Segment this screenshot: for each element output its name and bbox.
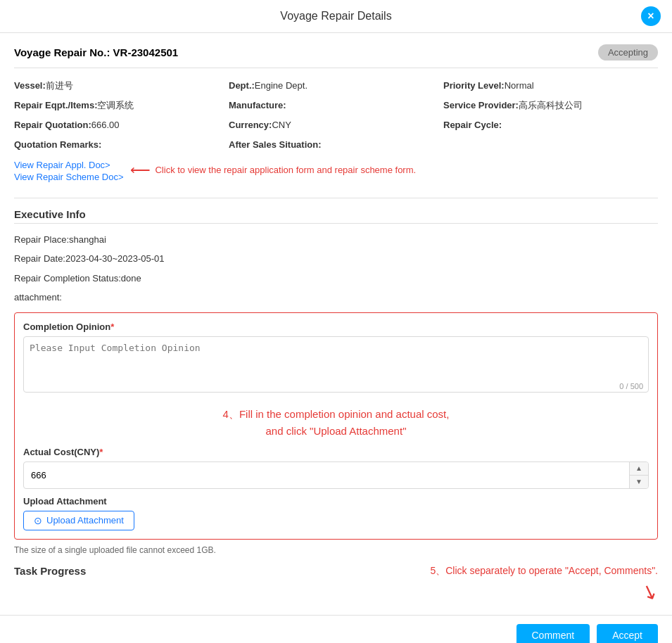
upload-section: Upload Attachment ⊙ Upload Attachment (23, 496, 649, 530)
repair-eqpt-info: Repair Eqpt./Items:空调系统 (14, 98, 229, 113)
quotation-label: Repair Quotation: (14, 120, 91, 130)
priority-info: Priority Level:Normal (443, 78, 658, 94)
stepper-down-btn[interactable]: ▼ (630, 476, 648, 488)
after-sales-label: After Sales Situation: (229, 139, 321, 150)
modal-title: Voyage Repair Details (280, 10, 391, 23)
annotation1-row: ⟵ Click to view the repair application f… (130, 161, 416, 178)
repair-eqpt-label: Repair Eqpt./Items: (14, 100, 97, 110)
repair-scheme-doc-link[interactable]: View Repair Scheme Doc> (14, 172, 123, 182)
annotation1-text: Click to view the repair application for… (155, 165, 416, 175)
form-section: Completion Opinion* 0 / 500 4、Fill in th… (14, 312, 658, 540)
vessel-value: 前进号 (46, 80, 73, 91)
actual-cost-label: Actual Cost(CNY)* (23, 447, 649, 457)
task-progress-row: Task Progress 5、Click separately to oper… (14, 565, 658, 604)
textarea-wrapper: 0 / 500 (23, 336, 649, 395)
repair-place-item: Repair Place:shanghai (14, 232, 658, 248)
modal-header: Voyage Repair Details × (0, 0, 672, 33)
attachment-label: attachment: (14, 292, 62, 303)
executive-info-title: Executive Info (14, 208, 658, 224)
repair-date-item: Repair Date:2023-04-30~2023-05-01 (14, 251, 658, 267)
quotation-remarks-info: Quotation Remarks: (14, 137, 229, 153)
service-provider-info: Service Provider:高乐高科技公司 (443, 98, 658, 113)
upload-attachment-button[interactable]: ⊙ Upload Attachment (23, 511, 134, 530)
manufacture-label: Manufacture: (229, 100, 286, 110)
arrow-left-icon: ⟵ (130, 161, 151, 178)
file-note: The size of a single uploaded file canno… (14, 545, 658, 555)
repair-header-row: Voyage Repair No.: VR-23042501 Accepting (14, 44, 658, 68)
annotation5-text: 5、Click separately to operate "Accept, C… (430, 565, 658, 578)
repair-no: Voyage Repair No.: VR-23042501 (14, 46, 178, 58)
completion-opinion-label: Completion Opinion* (23, 322, 649, 332)
required-star-1: * (110, 322, 114, 332)
service-provider-value: 高乐高科技公司 (519, 100, 583, 110)
info-grid: Vessel:前进号 Dept.:Engine Dept. Priority L… (14, 78, 658, 153)
dept-label: Dept.: (229, 80, 255, 91)
status-badge: Accepting (598, 44, 658, 61)
char-count: 0 / 500 (619, 382, 643, 390)
vessel-info: Vessel:前进号 (14, 78, 229, 94)
upload-icon: ⊙ (34, 515, 42, 526)
currency-value: CNY (272, 120, 291, 130)
links-annotation-row: View Repair Appl. Doc> View Repair Schem… (14, 160, 658, 188)
accept-button[interactable]: Accept (597, 624, 658, 643)
priority-label: Priority Level: (443, 80, 505, 91)
actual-cost-input[interactable] (24, 466, 629, 485)
quotation-info: Repair Quotation:666.00 (14, 117, 229, 133)
manufacture-info: Manufacture: (229, 98, 443, 113)
repair-date-value: 2023-04-30~2023-05-01 (65, 253, 165, 264)
repair-appl-doc-link[interactable]: View Repair Appl. Doc> (14, 160, 123, 170)
dept-value: Engine Dept. (255, 80, 308, 91)
vessel-label: Vessel: (14, 80, 46, 91)
modal-container: Voyage Repair Details × Voyage Repair No… (0, 0, 672, 643)
annotation5-arrow: ↘ (638, 578, 661, 606)
quotation-value: 666.00 (91, 120, 120, 130)
modal-body: Voyage Repair No.: VR-23042501 Accepting… (0, 33, 672, 615)
repair-cycle-label: Repair Cycle: (443, 120, 502, 130)
after-sales-info: After Sales Situation: (229, 137, 443, 153)
attachment-item: attachment: (14, 290, 658, 305)
cost-input-wrapper: ▲ ▼ (23, 461, 649, 489)
modal-footer: Comment Accept (0, 615, 672, 643)
links-row: View Repair Appl. Doc> View Repair Schem… (14, 160, 123, 184)
repair-place-value: shanghai (69, 234, 106, 245)
currency-label: Currency: (229, 120, 272, 130)
repair-cycle-info: Repair Cycle: (443, 117, 658, 133)
annotation4: 4、Fill in the completion opinion and act… (23, 406, 649, 440)
dept-info: Dept.:Engine Dept. (229, 78, 443, 94)
quotation-remarks-label: Quotation Remarks: (14, 139, 101, 150)
upload-attachment-label: Upload Attachment (23, 496, 649, 507)
required-star-2: * (99, 447, 103, 457)
completion-opinion-textarea[interactable] (23, 336, 649, 393)
annotation4-line1: 4、Fill in the completion opinion and act… (223, 408, 450, 420)
currency-info: Currency:CNY (229, 117, 443, 133)
annotation5-block: 5、Click separately to operate "Accept, C… (430, 565, 658, 604)
priority-value: Normal (505, 80, 534, 91)
repair-place-label: Repair Place: (14, 234, 69, 245)
upload-btn-label: Upload Attachment (46, 515, 124, 526)
close-button[interactable]: × (641, 6, 661, 26)
comment-button[interactable]: Comment (516, 624, 590, 643)
service-provider-label: Service Provider: (443, 100, 519, 110)
completion-status-label: Repair Completion Status: (14, 273, 121, 284)
annotation4-line2: and click "Upload Attachment" (266, 425, 407, 437)
repair-eqpt-value: 空调系统 (97, 100, 134, 110)
completion-status-item: Repair Completion Status:done (14, 271, 658, 286)
stepper-up-btn[interactable]: ▲ (630, 462, 648, 476)
task-progress-title: Task Progress (14, 565, 86, 577)
exec-info-grid: Repair Place:shanghai Repair Date:2023-0… (14, 232, 658, 305)
repair-date-label: Repair Date: (14, 253, 65, 264)
divider1 (14, 198, 658, 198)
completion-status-value: done (121, 273, 141, 284)
stepper-btns: ▲ ▼ (629, 462, 648, 488)
